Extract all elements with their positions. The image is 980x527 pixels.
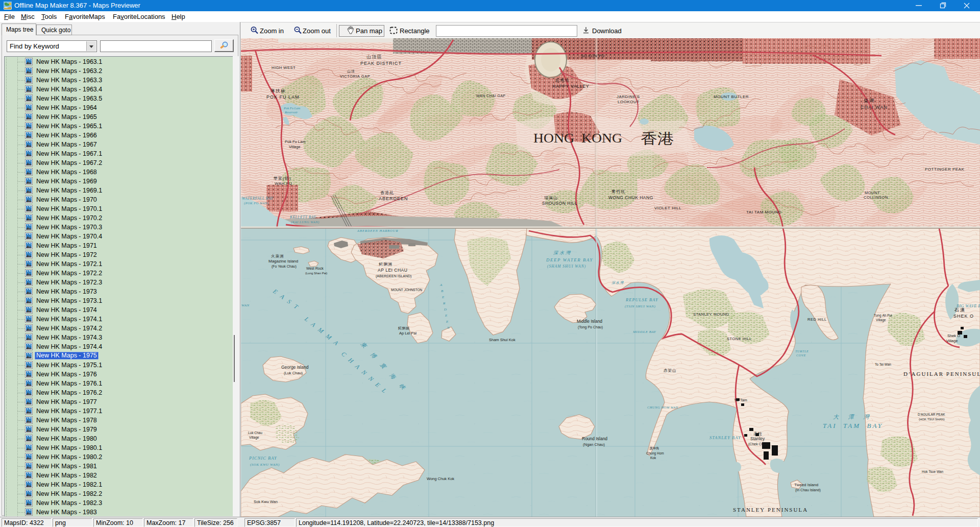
svg-text:(In Chau Island): (In Chau Island)	[795, 488, 821, 492]
svg-text:Tai Tam: Tai Tam	[734, 398, 747, 402]
svg-text:E: E	[442, 295, 445, 299]
svg-text:MOUNT BUTLER: MOUNT BUTLER	[714, 94, 749, 99]
svg-text:WONG CHUK HANG: WONG CHUK HANG	[608, 195, 653, 200]
svg-text:WAN CHAI GAP: WAN CHAI GAP	[476, 94, 505, 98]
svg-text:火薬洲: 火薬洲	[271, 254, 284, 258]
svg-text:(POK FO WAN): (POK FO WAN)	[244, 201, 269, 205]
svg-text:A: A	[439, 283, 443, 287]
svg-text:Luk Chau: Luk Chau	[248, 431, 262, 435]
svg-text:WATERFALL BAY: WATERFALL BAY	[242, 196, 274, 201]
svg-text:Ap Lei Pai: Ap Lei Pai	[399, 331, 417, 336]
svg-text:香港乩: 香港乩	[380, 190, 394, 195]
svg-text:E: E	[445, 314, 448, 318]
svg-text:ABERDEEN: ABERDEEN	[379, 196, 408, 201]
svg-text:赤架山: 赤架山	[663, 368, 677, 373]
svg-text:(Lung Shan Pai): (Lung Shan Pai)	[305, 272, 327, 275]
svg-text:HONG KONG: HONG KONG	[533, 131, 622, 146]
svg-text:E: E	[446, 320, 449, 324]
svg-text:(Luk Chau): (Luk Chau)	[284, 371, 303, 375]
svg-text:To Tei Wan: To Tei Wan	[875, 363, 891, 366]
svg-text:B: B	[441, 289, 444, 293]
svg-text:Reservoir: Reservoir	[284, 110, 298, 114]
svg-text:(HOK TSUI SHAN): (HOK TSUI SHAN)	[919, 418, 945, 421]
svg-text:Magazine Island: Magazine Island	[268, 259, 298, 264]
svg-text:Wong Chuk Kok: Wong Chuk Kok	[427, 476, 454, 481]
svg-text:MOUNT JOHNSTON: MOUNT JOHNSTON	[391, 288, 423, 292]
svg-text:山頂區: 山頂區	[366, 54, 383, 59]
svg-text:West Rock: West Rock	[306, 267, 324, 270]
svg-text:HIGH WEST: HIGH WEST	[272, 65, 296, 70]
svg-text:REPULSE BAY: REPULSE BAY	[625, 297, 658, 302]
svg-text:(Fo Yeuk Chau): (Fo Yeuk Chau)	[272, 265, 297, 269]
svg-text:CHAI WAN: CHAI WAN	[861, 105, 888, 110]
svg-text:(Ngan Chau): (Ngan Chau)	[583, 442, 605, 447]
svg-text:(ABERDEEN ISLAND): (ABERDEEN ISLAND)	[376, 274, 411, 278]
svg-text:D'AGUILAR PEAK: D'AGUILAR PEAK	[918, 413, 945, 416]
svg-text:(Chek Chue): (Chek Chue)	[748, 442, 769, 446]
svg-text:深水灣: 深水灣	[611, 281, 624, 285]
svg-text:柴灣: 柴灣	[864, 98, 875, 103]
svg-text:PICNIC BAY: PICNIC BAY	[249, 456, 277, 461]
svg-text:ABERDEEN HARBOUR: ABERDEEN HARBOUR	[357, 229, 398, 232]
svg-text:Village: Village	[876, 318, 886, 322]
svg-text:MOUNT: MOUNT	[865, 190, 880, 195]
svg-text:POTTINGER PEAK: POTTINGER PEAK	[925, 167, 964, 172]
svg-text:赤柱: 赤柱	[753, 432, 763, 436]
svg-text:R: R	[443, 301, 446, 305]
svg-text:香港: 香港	[641, 131, 674, 147]
svg-text:VICTORIA GAP: VICTORIA GAP	[340, 74, 370, 79]
svg-text:VIOLET HILL: VIOLET HILL	[654, 206, 681, 210]
svg-text:SO KON PO: SO KON PO	[581, 54, 605, 58]
svg-text:RED HILL: RED HILL	[807, 317, 827, 322]
svg-text:LOOKOUT: LOOKOUT	[618, 100, 640, 104]
svg-text:POK FU LAM: POK FU LAM	[266, 94, 300, 100]
svg-text:Hok Tsue Wan: Hok Tsue Wan	[922, 470, 943, 473]
svg-text:TURTLE: TURTLE	[795, 349, 808, 353]
svg-text:Tweed Island: Tweed Island	[794, 483, 818, 487]
svg-text:Round Island: Round Island	[582, 436, 607, 441]
svg-text:AP LEI CHAU: AP LEI CHAU	[378, 268, 407, 273]
svg-text:STANLEY BAY: STANLEY BAY	[709, 435, 741, 440]
svg-text:Chung Hom: Chung Hom	[646, 451, 664, 456]
svg-text:跎馬地: 跎馬地	[555, 78, 569, 83]
svg-text:CHUNG HOM WAN: CHUNG HOM WAN	[647, 405, 678, 409]
svg-text:(TSIN SHUI WAN): (TSIN SHUI WAN)	[625, 304, 655, 308]
svg-text:Sham Shui Kok: Sham Shui Kok	[489, 338, 516, 342]
svg-text:D: D	[444, 307, 447, 312]
svg-text:TAI TAM BAY: TAI TAM BAY	[823, 422, 883, 429]
svg-text:WAN: WAN	[241, 303, 250, 307]
svg-text:Shek O: Shek O	[947, 333, 960, 338]
svg-text:COVE: COVE	[796, 353, 806, 357]
svg-text:DEEP WATER BAY: DEEP WATER BAY	[546, 257, 593, 262]
svg-text:鳄脷掘: 鳄脷掘	[398, 326, 410, 330]
svg-text:Tung Ah Pui: Tung Ah Pui	[874, 314, 892, 318]
svg-text:Stanley: Stanley	[750, 436, 765, 441]
svg-text:(Tong Po Chau): (Tong Po Chau)	[578, 325, 603, 329]
svg-text:Pok Fu Lam: Pok Fu Lam	[283, 106, 300, 110]
svg-text:STONE HILL: STONE HILL	[727, 337, 752, 341]
svg-text:Village: Village	[946, 339, 958, 343]
svg-text:薄扶林: 薄扶林	[270, 88, 286, 93]
svg-text:TAI TAM MOUND: TAI TAM MOUND	[746, 210, 781, 214]
svg-text:JARDINE'S: JARDINE'S	[617, 94, 640, 99]
svg-text:Pok Fu Lam: Pok Fu Lam	[285, 139, 305, 144]
svg-text:STANLEY MOUND: STANLEY MOUND	[693, 312, 729, 317]
svg-text:Middle Island: Middle Island	[577, 319, 602, 324]
svg-text:山頂: 山頂	[347, 69, 355, 74]
svg-text:石澳: 石澳	[954, 307, 966, 313]
svg-text:D’AGUILAR PENINSULA: D’AGUILAR PENINSULA	[903, 371, 980, 377]
svg-text:Village: Village	[249, 436, 259, 440]
svg-text:(SOK KWU WAN): (SOK KWU WAN)	[250, 463, 280, 467]
svg-text:鳄脷洲: 鳄脷洲	[379, 262, 393, 267]
svg-text:大 潭 灣: 大 潭 灣	[833, 414, 873, 420]
svg-text:George Island: George Island	[281, 365, 309, 370]
svg-text:黄竹坑: 黄竹坑	[611, 189, 625, 194]
svg-text:Kok: Kok	[650, 456, 656, 460]
svg-text:(KAI LUNG WAN): (KAI LUNG WAN)	[291, 220, 320, 224]
svg-text:深水灣: 深水灣	[553, 250, 572, 255]
svg-text:N: N	[447, 326, 450, 330]
svg-text:SHEK O: SHEK O	[953, 314, 974, 319]
svg-text:HAPPY VALLEY: HAPPY VALLEY	[552, 84, 589, 89]
svg-text:MIDDLE BAY: MIDDLE BAY	[632, 330, 656, 334]
svg-text:COLLINSON: COLLINSON	[864, 195, 888, 200]
